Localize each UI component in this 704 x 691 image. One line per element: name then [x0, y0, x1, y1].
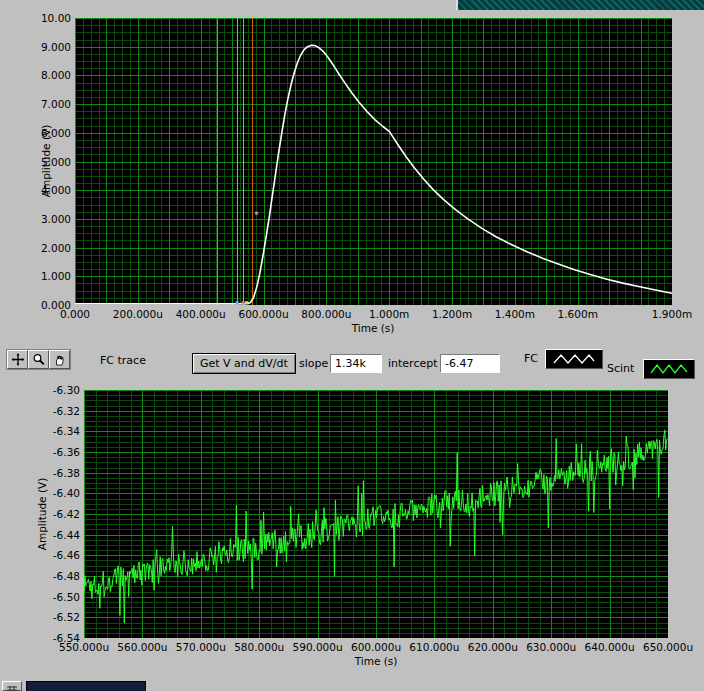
crosshair-icon	[11, 353, 25, 366]
hand-icon	[53, 353, 67, 366]
x-tick-label: 1.600m	[558, 308, 598, 320]
x-tick-label: 560.000u	[117, 641, 167, 653]
labview-front-panel: Amplitude (V) Time (s) 0.000200.000u400.…	[0, 0, 704, 691]
y-axis-title: Amplitude (V)	[36, 478, 48, 551]
y-tick-label: -6.50	[53, 591, 80, 603]
fc-trace-graph: Amplitude (V) Time (s) 0.000200.000u400.…	[0, 0, 704, 345]
x-axis-title: Time (s)	[352, 322, 395, 334]
x-axis-title: Time (s)	[355, 655, 398, 667]
y-tick-label: 6.000	[41, 127, 71, 139]
y-tick-label: 4.000	[41, 184, 71, 196]
y-tick-label: -6.30	[53, 384, 80, 396]
x-tick-label: 200.000u	[113, 308, 163, 320]
fc-plot-area[interactable]	[75, 18, 672, 305]
x-tick-label: 1.200m	[432, 308, 472, 320]
y-tick-label: 2.000	[41, 242, 71, 254]
partial-control[interactable]	[26, 681, 146, 691]
y-tick-label: -6.46	[53, 549, 80, 561]
x-tick-label: 600.000u	[238, 308, 288, 320]
legend-fc-swatch[interactable]	[545, 349, 603, 369]
partial-button[interactable]	[2, 681, 22, 691]
legend-fc-label: FC	[524, 352, 538, 365]
y-tick-label: 1.000	[41, 270, 71, 282]
get-v-dvdt-button[interactable]: Get V and dV/dt	[192, 353, 296, 374]
y-tick-label: 8.000	[41, 69, 71, 81]
x-tick-label: 1.400m	[495, 308, 535, 320]
zoom-tool-button[interactable]	[28, 350, 49, 369]
y-tick-label: 9.000	[41, 41, 71, 53]
grid-icon	[6, 686, 18, 691]
y-tick-label: -6.34	[53, 425, 80, 437]
legend-scint-label: Scint	[607, 362, 634, 375]
y-tick-label: 10.00	[41, 12, 71, 24]
fc-trace-label: FC trace	[100, 354, 146, 367]
x-tick-label: 600.000u	[351, 641, 401, 653]
graph-toolbar: FC trace Get V and dV/dt slope 1.34k int…	[0, 345, 704, 383]
slope-label: slope	[299, 357, 328, 370]
y-tick-label: -6.48	[53, 570, 80, 582]
y-tick-label: 0.000	[41, 299, 71, 311]
x-tick-label: 630.000u	[526, 641, 576, 653]
graph-palette	[6, 349, 71, 370]
y-tick-label: -6.42	[53, 508, 80, 520]
legend-scint-swatch[interactable]	[643, 359, 695, 379]
intercept-label: intercept	[388, 357, 438, 370]
y-tick-label: 7.000	[41, 98, 71, 110]
x-tick-label: 1.900m	[652, 308, 692, 320]
scint-plot-area[interactable]	[84, 390, 668, 638]
y-tick-label: 5.000	[41, 156, 71, 168]
x-tick-label: 580.000u	[234, 641, 284, 653]
x-tick-label: 610.000u	[409, 641, 459, 653]
y-tick-label: -6.44	[53, 529, 80, 541]
y-tick-label: 3.000	[41, 213, 71, 225]
intercept-value-field[interactable]: -6.47	[440, 354, 500, 373]
y-tick-label: -6.36	[53, 446, 80, 458]
scint-waveform-icon	[649, 362, 689, 376]
magnifier-icon	[32, 353, 46, 366]
x-tick-label: 590.000u	[293, 641, 343, 653]
fc-waveform-icon	[552, 352, 596, 366]
pan-tool-button[interactable]	[49, 350, 70, 369]
y-tick-label: -6.40	[53, 487, 80, 499]
scint-trace-graph: Amplitude (V) Time (s) 550.000u560.000u5…	[0, 383, 704, 680]
x-tick-label: 650.000u	[643, 641, 693, 653]
slope-value-field[interactable]: 1.34k	[330, 354, 382, 373]
x-tick-label: 800.000u	[301, 308, 351, 320]
x-tick-label: 620.000u	[468, 641, 518, 653]
y-tick-label: -6.38	[53, 467, 80, 479]
x-tick-label: 640.000u	[585, 641, 635, 653]
x-tick-label: 570.000u	[176, 641, 226, 653]
x-tick-label: 1.000m	[369, 308, 409, 320]
x-tick-label: 400.000u	[176, 308, 226, 320]
cursor-tool-button[interactable]	[7, 350, 28, 369]
y-tick-label: -6.54	[53, 632, 80, 644]
y-tick-label: -6.52	[53, 611, 80, 623]
bottom-cutoff-strip	[0, 680, 704, 691]
y-tick-label: -6.32	[53, 405, 80, 417]
